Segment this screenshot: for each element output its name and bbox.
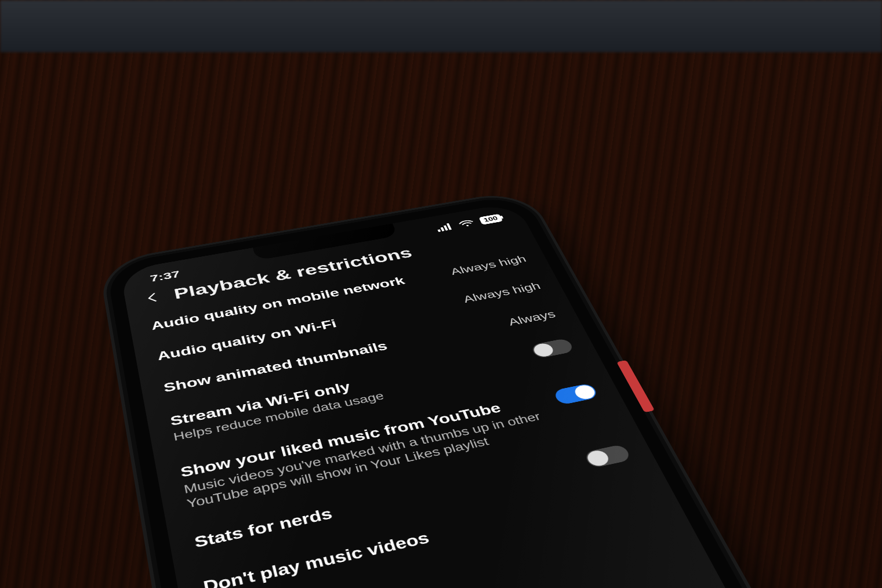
toggle-knob <box>585 449 611 467</box>
desk-mat <box>0 0 882 52</box>
back-icon[interactable] <box>143 291 164 306</box>
row-value: Always high <box>460 280 542 305</box>
wifi-icon <box>457 219 476 228</box>
cellular-icon <box>435 223 453 232</box>
row-value: Always high <box>448 253 528 277</box>
toggle-stats-nerds[interactable] <box>583 444 632 469</box>
phone: 7:37 <box>106 193 882 588</box>
toggle-stream-wifi-only[interactable] <box>530 338 575 359</box>
toggle-show-liked[interactable] <box>553 383 599 405</box>
photo-scene: 7:37 <box>0 0 882 588</box>
svg-rect-0 <box>437 229 441 232</box>
toggle-knob <box>531 342 555 358</box>
row-value: Always <box>505 307 557 328</box>
svg-rect-1 <box>440 227 444 231</box>
svg-point-4 <box>466 225 469 227</box>
phone-screen: 7:37 <box>119 202 882 588</box>
toggle-knob <box>572 384 597 401</box>
